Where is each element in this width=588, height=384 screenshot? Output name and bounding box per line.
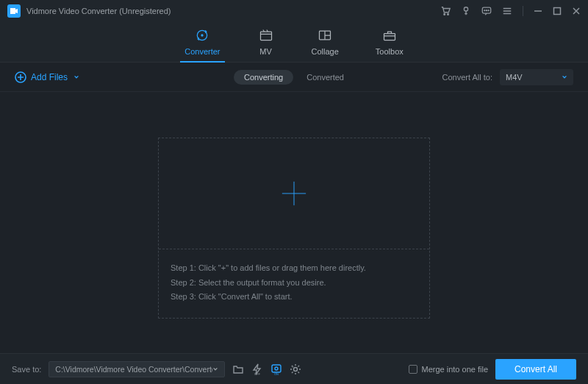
svg-point-4 <box>484 10 485 11</box>
maximize-button[interactable] <box>553 7 562 15</box>
convert-all-to-label: Convert All to: <box>442 73 492 82</box>
format-value: M4V <box>506 73 523 82</box>
svg-rect-7 <box>554 8 561 15</box>
app-logo <box>7 4 21 18</box>
svg-rect-12 <box>384 34 395 40</box>
svg-point-16 <box>275 367 278 370</box>
tab-mv[interactable]: MV <box>257 28 275 62</box>
svg-point-1 <box>448 14 449 15</box>
tab-label: Toolbox <box>376 47 404 56</box>
tab-converted[interactable]: Converted <box>296 70 354 85</box>
plus-icon <box>280 179 308 207</box>
svg-point-0 <box>444 14 445 15</box>
converter-icon <box>193 28 211 43</box>
convert-all-button[interactable]: Convert All <box>495 359 576 380</box>
merge-label: Merge into one file <box>422 365 489 374</box>
save-to-label: Save to: <box>12 365 41 374</box>
cart-icon[interactable] <box>440 6 451 16</box>
svg-point-5 <box>486 10 487 11</box>
plus-circle-icon <box>15 71 26 83</box>
add-files-label: Add Files <box>31 72 68 82</box>
svg-text:ON: ON <box>274 372 279 375</box>
checkbox-icon <box>409 365 417 374</box>
svg-rect-10 <box>260 32 271 40</box>
format-dropdown[interactable]: M4V <box>500 69 573 85</box>
caret-down-icon <box>562 74 567 80</box>
svg-point-6 <box>488 10 489 11</box>
tab-converting[interactable]: Converting <box>234 70 293 85</box>
add-files-dropzone[interactable] <box>159 138 429 249</box>
close-button[interactable] <box>572 7 581 15</box>
conversion-tabs: Converting Converted <box>234 70 354 85</box>
save-path-dropdown[interactable]: C:\Vidmore\Vidmore Video Converter\Conve… <box>49 361 225 377</box>
convert-all-to: Convert All to: M4V <box>442 69 573 85</box>
key-icon[interactable] <box>461 6 471 16</box>
svg-rect-15 <box>272 365 281 372</box>
minimize-button[interactable] <box>534 7 542 15</box>
caret-down-icon <box>74 74 79 80</box>
tab-label: MV <box>259 47 272 56</box>
collage-icon <box>316 28 334 43</box>
svg-point-18 <box>294 367 298 371</box>
tab-toolbox[interactable]: Toolbox <box>376 28 404 62</box>
add-files-button[interactable]: Add Files <box>15 71 79 83</box>
feedback-icon[interactable] <box>481 6 492 16</box>
merge-checkbox[interactable]: Merge into one file <box>409 365 489 374</box>
open-folder-icon[interactable] <box>232 363 244 375</box>
title-bar: Vidmore Video Converter (Unregistered) <box>0 0 588 22</box>
hardware-accel-icon[interactable]: OFF <box>251 363 263 375</box>
bottom-bar: Save to: C:\Vidmore\Vidmore Video Conver… <box>0 353 588 384</box>
tab-label: Converter <box>184 47 220 56</box>
tab-collage[interactable]: Collage <box>312 28 339 62</box>
sub-bar: Add Files Converting Converted Convert A… <box>0 63 588 92</box>
high-speed-icon[interactable]: ON <box>270 363 282 375</box>
toolbox-icon <box>381 28 398 43</box>
titlebar-actions <box>440 6 581 16</box>
tab-label: Collage <box>312 47 339 56</box>
step-text: Step 3: Click "Convert All" to start. <box>171 291 417 302</box>
drop-zone: Step 1: Click "+" to add files or drag t… <box>158 138 430 318</box>
step-text: Step 2: Select the output format you des… <box>171 277 417 288</box>
main-area: Step 1: Click "+" to add files or drag t… <box>0 92 588 364</box>
app-title: Vidmore Video Converter (Unregistered) <box>26 7 171 15</box>
step-text: Step 1: Click "+" to add files or drag t… <box>171 263 417 274</box>
menu-icon[interactable] <box>502 6 512 16</box>
main-tabs: Converter MV Collage Toolbox <box>0 22 588 63</box>
tab-converter[interactable]: Converter <box>184 28 220 62</box>
svg-point-2 <box>464 7 467 11</box>
caret-down-icon <box>212 366 218 372</box>
divider <box>523 6 523 16</box>
instruction-steps: Step 1: Click "+" to add files or drag t… <box>159 249 429 317</box>
svg-text:OFF: OFF <box>254 372 261 375</box>
settings-icon[interactable] <box>290 363 301 375</box>
mv-icon <box>257 28 275 43</box>
save-path-value: C:\Vidmore\Vidmore Video Converter\Conve… <box>55 365 212 374</box>
svg-point-9 <box>201 34 204 36</box>
